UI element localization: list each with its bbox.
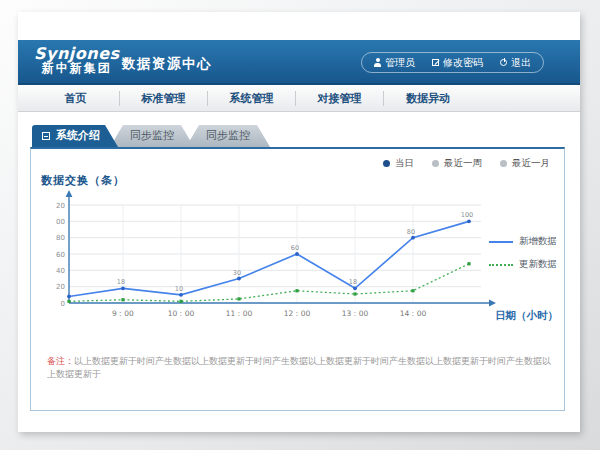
nav-item-home[interactable]: 首页	[32, 91, 120, 106]
tab-sync-monitor-1[interactable]: 同步监控	[110, 125, 194, 147]
svg-text:18: 18	[349, 278, 357, 286]
range-month-option[interactable]: 最近一月	[500, 157, 550, 170]
line-chart: 0204060801001209：0010：0011：0012：0013：001…	[56, 189, 501, 329]
logo-text: Synjones	[34, 46, 120, 61]
footnote: 备注：以上数据更新于时间产生数据以上数据更新于时间产生数据以上数据更新于时间产生…	[47, 355, 555, 381]
svg-text:80: 80	[56, 234, 65, 242]
app-header: Synjones 新中新集团 数据资源中心 管理员 修改密码 退出	[18, 40, 580, 85]
change-password-button[interactable]: 修改密码	[432, 56, 483, 70]
svg-text:11：00: 11：00	[226, 309, 253, 318]
svg-text:100: 100	[56, 218, 65, 226]
y-axis-title: 数据交换（条）	[41, 173, 125, 188]
admin-user-label: 管理员	[385, 56, 415, 70]
range-week-option[interactable]: 最近一周	[432, 157, 482, 170]
svg-text:0: 0	[61, 300, 65, 308]
nav-item-system[interactable]: 系统管理	[208, 91, 296, 106]
svg-text:40: 40	[56, 267, 65, 275]
time-range-legend: 当日 最近一周 最近一月	[383, 157, 550, 170]
series-legend: 新增数据 更新数据	[489, 235, 557, 281]
tab-sync-monitor-2[interactable]: 同步监控	[186, 125, 270, 147]
svg-text:60: 60	[291, 244, 299, 252]
document-icon	[42, 132, 50, 140]
nav-item-standards[interactable]: 标准管理	[120, 91, 208, 106]
footnote-text: 以上数据更新于时间产生数据以上数据更新于时间产生数据以上数据更新于时间产生数据以…	[47, 356, 551, 379]
logout-button[interactable]: 退出	[500, 56, 531, 70]
range-week-label: 最近一周	[444, 157, 482, 170]
svg-text:30: 30	[233, 269, 241, 277]
svg-text:60: 60	[56, 251, 65, 259]
page-title: 数据资源中心	[122, 55, 212, 73]
browser-page: Synjones 新中新集团 数据资源中心 管理员 修改密码 退出	[18, 12, 580, 432]
svg-text:10: 10	[175, 285, 183, 293]
tab-sync-monitor-2-label: 同步监控	[206, 129, 250, 142]
nav-item-integration[interactable]: 对接管理	[296, 91, 384, 106]
legend-new-data-label: 新增数据	[519, 235, 557, 248]
edit-icon	[432, 59, 439, 66]
logo-subtext: 新中新集团	[34, 61, 120, 76]
svg-text:100: 100	[461, 211, 473, 219]
nav-item-data-changes[interactable]: 数据异动	[384, 91, 472, 106]
range-month-label: 最近一月	[512, 157, 550, 170]
svg-text:14：00: 14：00	[400, 309, 427, 318]
svg-text:18: 18	[117, 278, 125, 286]
company-logo: Synjones 新中新集团	[34, 46, 120, 76]
solid-line-icon	[489, 241, 513, 243]
svg-text:12：00: 12：00	[284, 309, 311, 318]
dotted-line-icon	[489, 264, 513, 266]
tab-system-intro-label: 系统介绍	[56, 125, 100, 147]
change-password-label: 修改密码	[443, 56, 483, 70]
week-dot-icon	[432, 160, 439, 167]
svg-text:120: 120	[56, 202, 65, 210]
range-today-label: 当日	[395, 157, 414, 170]
svg-text:80: 80	[407, 228, 415, 236]
svg-text:10：00: 10：00	[168, 309, 195, 318]
legend-new-data[interactable]: 新增数据	[489, 235, 557, 248]
user-icon	[374, 63, 381, 67]
tab-sync-monitor-1-label: 同步监控	[130, 129, 174, 142]
svg-text:20: 20	[56, 283, 65, 291]
power-icon	[500, 59, 507, 66]
tab-bar: 系统介绍 同步监控 同步监控	[32, 125, 270, 147]
user-toolbar: 管理员 修改密码 退出	[361, 52, 544, 73]
desktop-background: Synjones 新中新集团 数据资源中心 管理员 修改密码 退出	[0, 0, 600, 450]
x-axis-title: 日期（小时）	[495, 309, 558, 323]
main-nav: 首页 标准管理 系统管理 对接管理 数据异动	[18, 85, 580, 112]
footnote-prefix: 备注：	[47, 356, 74, 366]
svg-text:13：00: 13：00	[342, 309, 369, 318]
logout-label: 退出	[511, 56, 531, 70]
chart-panel: 当日 最近一周 最近一月 数据交换（条） 0204060801001209：00…	[30, 147, 565, 411]
admin-user-button[interactable]: 管理员	[374, 56, 415, 70]
month-dot-icon	[500, 160, 507, 167]
today-dot-icon	[383, 160, 390, 167]
legend-update-data-label: 更新数据	[519, 258, 557, 271]
legend-update-data[interactable]: 更新数据	[489, 258, 557, 271]
tab-system-intro[interactable]: 系统介绍	[32, 125, 118, 147]
svg-text:9：00: 9：00	[112, 309, 134, 318]
range-today-option[interactable]: 当日	[383, 157, 414, 170]
